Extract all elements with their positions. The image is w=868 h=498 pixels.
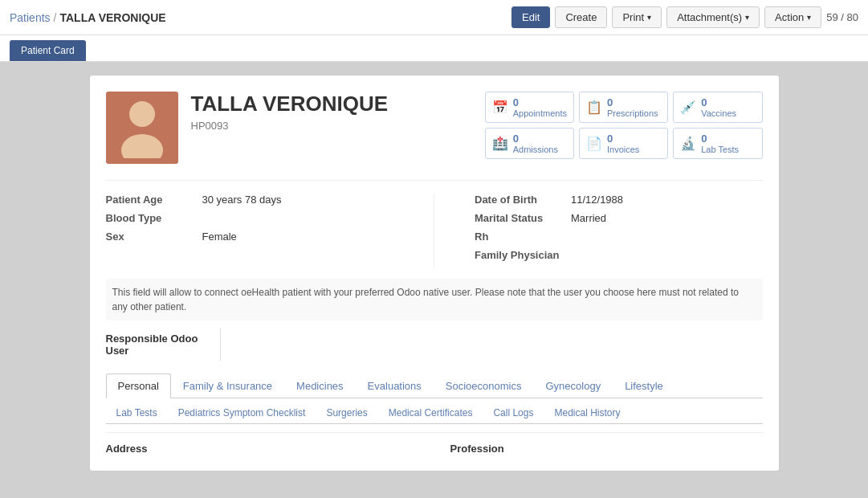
stat-label-5: Lab Tests <box>701 145 739 154</box>
blood-row: Blood Type <box>106 212 394 224</box>
age-row: Patient Age 30 years 78 days <box>106 194 394 206</box>
svg-point-0 <box>129 101 155 127</box>
age-label: Patient Age <box>106 194 202 206</box>
svg-point-1 <box>121 134 163 158</box>
tab-lifestyle[interactable]: Lifestyle <box>613 374 675 398</box>
stat-info-3: 0 Admissions <box>513 133 558 154</box>
patient-id: HP0093 <box>191 120 472 132</box>
dob-value: 11/12/1988 <box>571 194 623 206</box>
tabs-container: PersonalFamily & InsuranceMedicinesEvalu… <box>106 374 763 424</box>
patient-card-tab[interactable]: Patient Card <box>10 40 86 61</box>
breadcrumb-patients-link[interactable]: Patients <box>10 11 51 24</box>
breadcrumb-separator: / <box>54 11 57 24</box>
stat-info-0: 0 Appointments <box>513 96 567 118</box>
tab-family-&-insurance[interactable]: Family & Insurance <box>171 374 284 398</box>
attachments-button[interactable]: Attachment(s) <box>666 6 760 28</box>
stat-label-2: Vaccines <box>701 108 736 118</box>
sex-value: Female <box>202 231 237 243</box>
dob-label: Date of Birth <box>475 194 571 206</box>
patient-card: TALLA VERONIQUE HP0093 📅 0 Appointments … <box>89 75 780 471</box>
rh-label: Rh <box>475 231 571 243</box>
patient-name-block: TALLA VERONIQUE HP0093 <box>191 92 472 132</box>
stat-count-2: 0 <box>701 96 736 108</box>
marital-label: Marital Status <box>475 212 571 224</box>
tab2-lab-tests[interactable]: Lab Tests <box>106 402 168 423</box>
stat-label-4: Invoices <box>607 145 639 154</box>
pagination: 59 / 80 <box>826 11 858 23</box>
profession-label: Profession <box>450 443 504 455</box>
tab-gynecology[interactable]: Gynecology <box>533 374 613 398</box>
page-content: TALLA VERONIQUE HP0093 📅 0 Appointments … <box>0 62 868 484</box>
info-divider <box>434 194 434 267</box>
responsible-divider <box>220 329 221 361</box>
sex-label: Sex <box>106 231 202 243</box>
stat-count-4: 0 <box>607 133 639 145</box>
topbar: Patients / TALLA VERONIQUE Edit Create P… <box>0 0 868 35</box>
stat-count-1: 0 <box>607 96 658 108</box>
stats-grid: 📅 0 Appointments 📋 0 Prescriptions 💉 0 V… <box>485 92 763 159</box>
avatar-silhouette <box>118 98 166 158</box>
stat-icon-0: 📅 <box>492 100 508 115</box>
stat-count-5: 0 <box>701 133 739 145</box>
physician-row: Family Physician <box>475 249 763 261</box>
tab2-pediatrics-symptom-checklist[interactable]: Pediatrics Symptom Checklist <box>168 402 316 423</box>
tabs-row-1: PersonalFamily & InsuranceMedicinesEvalu… <box>106 374 763 398</box>
stat-cell-1[interactable]: 📋 0 Prescriptions <box>579 92 668 123</box>
stat-icon-5: 🔬 <box>680 136 696 151</box>
tab-evaluations[interactable]: Evaluations <box>356 374 434 398</box>
tabs-row-2: Lab TestsPediatrics Symptom ChecklistSur… <box>106 402 763 424</box>
tab2-call-logs[interactable]: Call Logs <box>483 402 544 423</box>
responsible-section: Responsible OdooUser <box>106 329 763 361</box>
print-button[interactable]: Print <box>612 6 662 28</box>
toolbar: Edit Create Print Attachment(s) Action 5… <box>511 6 858 28</box>
stat-info-1: 0 Prescriptions <box>607 96 658 118</box>
stat-cell-5[interactable]: 🔬 0 Lab Tests <box>673 128 762 159</box>
marital-value: Married <box>571 212 606 224</box>
age-value: 30 years 78 days <box>202 194 282 206</box>
profession-col: Profession <box>450 443 763 455</box>
action-button[interactable]: Action <box>764 6 821 28</box>
info-col-left: Patient Age 30 years 78 days Blood Type … <box>106 194 394 267</box>
stat-icon-4: 📄 <box>586 136 602 151</box>
stat-label-0: Appointments <box>513 108 567 118</box>
info-col-right: Date of Birth 11/12/1988 Marital Status … <box>475 194 763 267</box>
responsible-label: Responsible OdooUser <box>106 333 210 357</box>
stat-info-5: 0 Lab Tests <box>701 133 739 154</box>
tab-personal[interactable]: Personal <box>106 374 171 398</box>
edit-button[interactable]: Edit <box>511 6 550 28</box>
stat-info-2: 0 Vaccines <box>701 96 736 118</box>
outer-tab-bar: Patient Card <box>0 35 868 62</box>
patient-name: TALLA VERONIQUE <box>191 92 472 116</box>
stat-cell-0[interactable]: 📅 0 Appointments <box>485 92 574 123</box>
breadcrumb-current: TALLA VERONIQUE <box>59 11 165 24</box>
stat-count-3: 0 <box>513 133 558 145</box>
physician-label: Family Physician <box>475 249 571 261</box>
tab-medicines[interactable]: Medicines <box>284 374 356 398</box>
info-section: Patient Age 30 years 78 days Blood Type … <box>106 180 763 267</box>
tab2-medical-certificates[interactable]: Medical Certificates <box>378 402 483 423</box>
stat-cell-2[interactable]: 💉 0 Vaccines <box>673 92 762 123</box>
stat-cell-4[interactable]: 📄 0 Invoices <box>579 128 668 159</box>
tab2-surgeries[interactable]: Surgeries <box>316 402 377 423</box>
stat-info-4: 0 Invoices <box>607 133 639 154</box>
stat-count-0: 0 <box>513 96 567 108</box>
avatar <box>106 92 178 164</box>
stat-cell-3[interactable]: 🏥 0 Admissions <box>485 128 574 159</box>
breadcrumb: Patients / TALLA VERONIQUE <box>10 11 505 24</box>
stat-icon-1: 📋 <box>586 100 602 115</box>
tab2-medical-history[interactable]: Medical History <box>544 402 630 423</box>
stat-icon-2: 💉 <box>680 100 696 115</box>
blood-label: Blood Type <box>106 212 202 224</box>
tab-socioeconomics[interactable]: Socioeconomics <box>434 374 534 398</box>
stat-label-1: Prescriptions <box>607 108 658 118</box>
sex-row: Sex Female <box>106 231 394 243</box>
marital-row: Marital Status Married <box>475 212 763 224</box>
bottom-fields: Address Profession <box>106 432 763 455</box>
address-col: Address <box>106 443 418 455</box>
dob-row: Date of Birth 11/12/1988 <box>475 194 763 206</box>
notice-text: This field will allow to connect oeHealt… <box>106 279 763 320</box>
rh-row: Rh <box>475 231 763 243</box>
create-button[interactable]: Create <box>555 6 607 28</box>
stat-icon-3: 🏥 <box>492 136 508 151</box>
patient-header: TALLA VERONIQUE HP0093 📅 0 Appointments … <box>106 92 763 164</box>
